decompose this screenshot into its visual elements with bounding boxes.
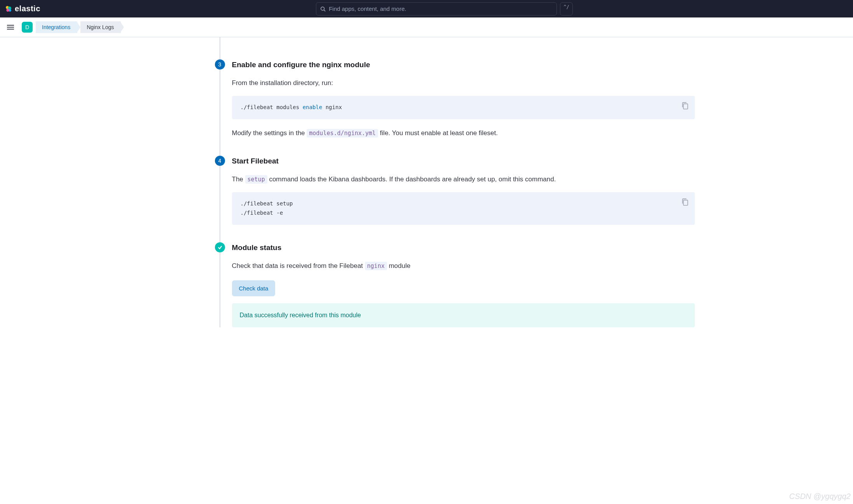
step-number-badge: 3	[215, 59, 225, 70]
keyboard-shortcut-hint: ^/	[560, 2, 572, 16]
step-module-status: Module status Check that data is receive…	[220, 243, 695, 327]
logo[interactable]: elastic	[5, 4, 40, 13]
nav-toggle-button[interactable]	[4, 21, 17, 34]
inline-code: setup	[245, 175, 267, 184]
success-callout: Data successfully received from this mod…	[232, 303, 695, 327]
inline-code: nginx	[365, 262, 387, 270]
global-header: elastic ^/	[0, 0, 853, 17]
step-number-badge: 4	[215, 156, 225, 166]
code-block: ./filebeat setup ./filebeat -e	[232, 192, 695, 225]
step-title: Module status	[232, 243, 695, 252]
elastic-logo-icon	[5, 5, 12, 13]
svg-line-5	[324, 10, 326, 11]
setup-timeline: 3 Enable and configure the nginx module …	[220, 37, 695, 327]
step-start-filebeat: 4 Start Filebeat The setup command loads…	[220, 157, 695, 225]
sub-header: D Integrations Nginx Logs	[0, 17, 853, 37]
code-block: ./filebeat modules enable nginx	[232, 96, 695, 119]
inline-code: modules.d/nginx.yml	[307, 129, 378, 137]
svg-point-4	[321, 7, 324, 10]
global-search[interactable]	[316, 2, 557, 16]
copy-icon[interactable]	[682, 102, 689, 110]
step-title: Enable and configure the nginx module	[232, 61, 695, 69]
logo-text: elastic	[15, 4, 40, 13]
check-icon	[217, 245, 223, 250]
step-enable-module: 3 Enable and configure the nginx module …	[220, 61, 695, 138]
copy-icon[interactable]	[682, 198, 689, 206]
space-avatar[interactable]: D	[22, 22, 33, 33]
search-icon	[320, 6, 326, 12]
step-desc: Check that data is received from the Fil…	[232, 261, 695, 271]
breadcrumb-integrations[interactable]: Integrations	[36, 21, 77, 33]
step-check-badge	[215, 242, 225, 252]
step-desc: The setup command loads the Kibana dashb…	[232, 174, 695, 184]
check-data-button[interactable]: Check data	[232, 280, 276, 296]
svg-rect-6	[683, 104, 687, 109]
main-content: 3 Enable and configure the nginx module …	[151, 37, 703, 327]
step-title: Start Filebeat	[232, 157, 695, 165]
search-input[interactable]	[329, 5, 553, 12]
breadcrumb-current: Nginx Logs	[80, 21, 121, 33]
svg-point-3	[9, 9, 11, 11]
step-desc: Modify the settings in the modules.d/ngi…	[232, 128, 695, 138]
svg-rect-7	[683, 200, 687, 205]
step-intro: From the installation directory, run:	[232, 78, 695, 88]
